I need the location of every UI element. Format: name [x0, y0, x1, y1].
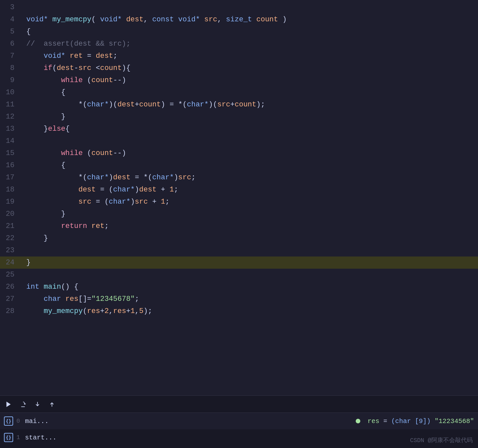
line-content-21: return ret; — [20, 220, 109, 232]
step-over-icon — [19, 401, 27, 408]
debug-var-value-0: "12234568" — [435, 417, 474, 425]
play-button[interactable] — [4, 400, 13, 409]
step-over-button[interactable] — [18, 400, 28, 409]
line-content-19: src = (char*)src + 1; — [20, 196, 170, 208]
line-number-15: 15 — [0, 147, 20, 159]
editor-container: 3 4 void* my_memcpy( void* dest, const v… — [0, 0, 478, 448]
code-line-9: 9 while (count--) — [0, 74, 478, 86]
step-out-button[interactable] — [47, 400, 57, 409]
line-content-8: if(dest-src <count){ — [20, 62, 131, 74]
line-content-18: dest = (char*)dest + 1; — [20, 184, 178, 196]
code-line-7: 7 void* ret = dest; — [0, 50, 478, 62]
code-line-28: 28 my_memcpy(res+2,res+1,5); — [0, 305, 478, 317]
code-line-23: 23 — [0, 244, 478, 257]
line-number-23: 23 — [0, 244, 20, 257]
line-number-12: 12 — [0, 111, 20, 123]
line-content-16: { — [20, 159, 65, 171]
step-out-icon — [48, 401, 56, 408]
code-line-12: 12 } — [0, 111, 478, 123]
line-content-26: int main() { — [20, 281, 78, 293]
line-content-6: // assert(dest && src); — [20, 38, 131, 50]
line-number-3: 3 — [0, 1, 20, 13]
code-line-3: 3 — [0, 1, 478, 13]
code-line-14: 14 — [0, 135, 478, 147]
code-line-24: 24 } — [0, 257, 478, 269]
debug-frame-num-1: 1 — [16, 434, 22, 441]
line-number-13: 13 — [0, 123, 20, 135]
line-number-14: 14 — [0, 135, 20, 147]
code-line-15: 15 while (count--) — [0, 147, 478, 159]
line-content-12: } — [20, 111, 65, 123]
line-content-7: void* ret = dest; — [20, 50, 117, 62]
debug-equals-0: = — [383, 417, 391, 425]
line-number-18: 18 — [0, 184, 20, 196]
debug-frame-label-0: mai... — [25, 417, 49, 425]
line-content-17: *(char*)dest = *(char*)src; — [20, 171, 196, 184]
watermark: CSDN @阿康不会敲代码 — [410, 436, 473, 444]
code-line-17: 17 *(char*)dest = *(char*)src; — [0, 171, 478, 184]
line-number-17: 17 — [0, 171, 20, 184]
code-line-22: 22 } — [0, 232, 478, 244]
debug-toolbar — [0, 395, 478, 413]
code-line-4: 4 void* my_memcpy( void* dest, const voi… — [0, 13, 478, 26]
debug-var-name-0: res — [368, 417, 379, 425]
line-content-11: *(char*)(dest+count) = *(char*)(src+coun… — [20, 99, 265, 111]
svg-marker-0 — [7, 401, 11, 407]
line-content-27: char res[]="12345678"; — [20, 293, 139, 305]
line-number-6: 6 — [0, 38, 20, 50]
line-number-4: 4 — [0, 13, 20, 26]
line-number-19: 19 — [0, 196, 20, 208]
green-indicator-0 — [356, 419, 360, 423]
line-number-8: 8 — [0, 62, 20, 74]
step-into-button[interactable] — [33, 400, 42, 409]
debug-var-display-0: res = (char [9]) "12234568" — [368, 417, 474, 425]
line-number-24: 24 — [0, 257, 20, 269]
code-line-25: 25 — [0, 269, 478, 281]
code-line-18: 18 dest = (char*)dest + 1; — [0, 184, 478, 196]
line-content-20: } — [20, 208, 65, 220]
line-content-28: my_memcpy(res+2,res+1,5); — [20, 305, 152, 317]
line-number-22: 22 — [0, 232, 20, 244]
line-content-22: } — [20, 232, 48, 244]
line-number-20: 20 — [0, 208, 20, 220]
code-line-20: 20 } — [0, 208, 478, 220]
line-number-9: 9 — [0, 74, 20, 86]
line-number-28: 28 — [0, 305, 20, 317]
code-line-11: 11 *(char*)(dest+count) = *(char*)(src+c… — [0, 99, 478, 111]
code-line-16: 16 { — [0, 159, 478, 171]
line-number-10: 10 — [0, 86, 20, 99]
line-number-7: 7 — [0, 50, 20, 62]
debug-frame-num-0: 0 — [16, 418, 22, 424]
code-line-13: 13 }else{ — [0, 123, 478, 135]
debug-row-1[interactable]: {} 1 start... — [0, 429, 478, 446]
debug-row-0[interactable]: {} 0 mai... res = (char [9]) "12234568" — [0, 413, 478, 429]
code-area: 3 4 void* my_memcpy( void* dest, const v… — [0, 0, 478, 395]
line-content-24: } — [20, 257, 31, 269]
debug-var-type-0: (char [9]) — [391, 417, 431, 425]
line-number-25: 25 — [0, 269, 20, 281]
code-line-6: 6 // assert(dest && src); — [0, 38, 478, 50]
line-number-27: 27 — [0, 293, 20, 305]
play-icon — [5, 401, 12, 408]
line-number-5: 5 — [0, 26, 20, 38]
line-number-21: 21 — [0, 220, 20, 232]
code-line-21: 21 return ret; — [0, 220, 478, 232]
line-content-15: while (count--) — [20, 147, 126, 159]
code-line-26: 26 int main() { — [0, 281, 478, 293]
line-content-4: void* my_memcpy( void* dest, const void*… — [20, 13, 287, 26]
code-line-19: 19 src = (char*)src + 1; — [0, 196, 478, 208]
line-content-5: { — [20, 26, 31, 38]
line-number-26: 26 — [0, 281, 20, 293]
debug-frame-icon-1: {} — [4, 433, 13, 442]
line-number-11: 11 — [0, 99, 20, 111]
code-line-8: 8 if(dest-src <count){ — [0, 62, 478, 74]
code-line-27: 27 char res[]="12345678"; — [0, 293, 478, 305]
step-into-icon — [34, 401, 41, 408]
debug-frame-icon-0: {} — [4, 416, 13, 426]
code-line-10: 10 { — [0, 86, 478, 99]
line-content-9: while (count--) — [20, 74, 126, 86]
debug-panel: {} 0 mai... res = (char [9]) "12234568" … — [0, 413, 478, 448]
debug-frame-label-1: start... — [25, 434, 57, 441]
line-content-10: { — [20, 86, 65, 99]
line-number-16: 16 — [0, 159, 20, 171]
